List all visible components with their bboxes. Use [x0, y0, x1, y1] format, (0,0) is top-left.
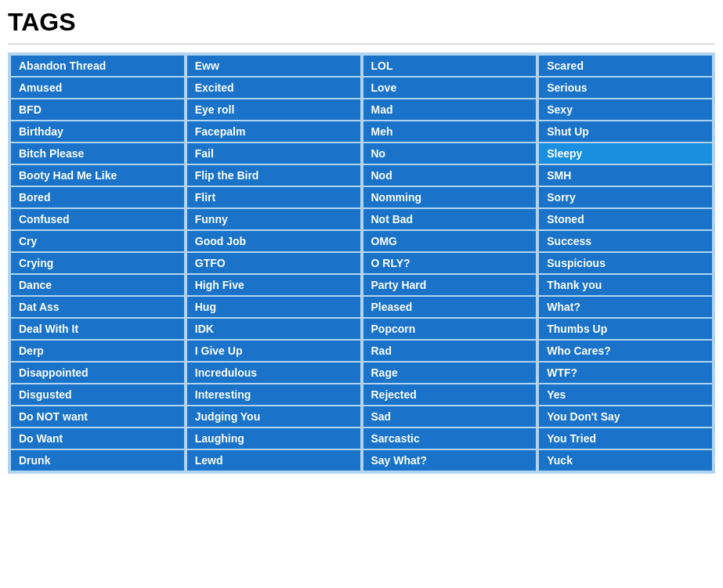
- tag-item[interactable]: Eww: [187, 56, 360, 76]
- tag-item[interactable]: LOL: [363, 56, 537, 76]
- tag-item[interactable]: Amused: [11, 78, 184, 98]
- tag-item[interactable]: Shut Up: [539, 121, 712, 142]
- tag-item[interactable]: Disgusted: [11, 384, 184, 405]
- tag-item[interactable]: Yuck: [539, 450, 712, 471]
- tag-item[interactable]: Rejected: [363, 384, 537, 405]
- tag-column-2: EwwExcitedEye rollFacepalmFailFlip the B…: [187, 56, 360, 471]
- tag-item[interactable]: WTF?: [539, 363, 712, 383]
- tag-item[interactable]: Suspicious: [539, 253, 712, 273]
- tag-item[interactable]: Confused: [11, 209, 184, 229]
- tag-item[interactable]: Bitch Please: [11, 143, 184, 164]
- tag-item[interactable]: Abandon Thread: [11, 56, 184, 76]
- tag-item[interactable]: No: [363, 143, 537, 164]
- tag-item[interactable]: Say What?: [363, 450, 537, 471]
- tag-item[interactable]: Incredulous: [187, 363, 360, 383]
- tag-item[interactable]: Fail: [187, 143, 360, 164]
- page-title: TAGS: [8, 8, 715, 45]
- tag-item[interactable]: Drunk: [11, 450, 184, 471]
- tag-item[interactable]: I Give Up: [187, 341, 360, 361]
- tag-item[interactable]: Do NOT want: [11, 406, 184, 427]
- tag-item[interactable]: Excited: [187, 78, 360, 98]
- tag-item[interactable]: Thumbs Up: [539, 319, 712, 339]
- tag-item[interactable]: You Tried: [539, 428, 712, 449]
- tag-item[interactable]: Nod: [363, 165, 537, 186]
- tag-item[interactable]: Bored: [11, 187, 184, 207]
- tag-item[interactable]: Dat Ass: [11, 297, 184, 317]
- tag-item[interactable]: Cry: [11, 231, 184, 251]
- tag-item[interactable]: Crying: [11, 253, 184, 273]
- tag-item[interactable]: Eye roll: [187, 99, 360, 120]
- tag-item[interactable]: IDK: [187, 319, 360, 339]
- tag-item[interactable]: Mad: [363, 99, 537, 120]
- tags-container: Abandon ThreadAmusedBFDBirthdayBitch Ple…: [8, 52, 715, 474]
- tag-item[interactable]: You Don't Say: [539, 406, 712, 427]
- tag-item[interactable]: Sarcastic: [363, 428, 537, 449]
- tag-item[interactable]: Meh: [363, 121, 537, 142]
- tag-item[interactable]: Dance: [11, 275, 184, 295]
- tag-item[interactable]: Sexy: [539, 99, 712, 120]
- tag-item[interactable]: Scared: [539, 56, 712, 76]
- tag-column-1: Abandon ThreadAmusedBFDBirthdayBitch Ple…: [11, 56, 184, 471]
- tag-item[interactable]: O RLY?: [363, 253, 537, 273]
- tag-item[interactable]: BFD: [11, 99, 184, 120]
- tag-item[interactable]: Do Want: [11, 428, 184, 449]
- tag-item[interactable]: Hug: [187, 297, 360, 317]
- tag-item[interactable]: Disappointed: [11, 363, 184, 383]
- tag-item[interactable]: Flirt: [187, 187, 360, 207]
- tag-item[interactable]: Who Cares?: [539, 341, 712, 361]
- tag-item[interactable]: Birthday: [11, 121, 184, 142]
- tag-item[interactable]: Interesting: [187, 384, 360, 405]
- tag-item[interactable]: Judging You: [187, 406, 360, 427]
- tag-item[interactable]: Sorry: [539, 187, 712, 207]
- tag-item[interactable]: Nomming: [363, 187, 537, 207]
- tag-item[interactable]: What?: [539, 297, 712, 317]
- tag-item[interactable]: GTFO: [187, 253, 360, 273]
- tag-column-3: LOLLoveMadMehNoNodNommingNot BadOMGO RLY…: [363, 56, 537, 471]
- tag-item[interactable]: Yes: [539, 384, 712, 405]
- tag-item[interactable]: Rad: [363, 341, 537, 361]
- tag-item[interactable]: Serious: [539, 78, 712, 98]
- tag-item[interactable]: Funny: [187, 209, 360, 229]
- tag-item[interactable]: High Five: [187, 275, 360, 295]
- tag-item[interactable]: Good Job: [187, 231, 360, 251]
- tag-item[interactable]: Stoned: [539, 209, 712, 229]
- tag-item[interactable]: SMH: [539, 165, 712, 186]
- tag-item[interactable]: Lewd: [187, 450, 360, 471]
- tag-item[interactable]: Popcorn: [363, 319, 537, 339]
- tag-item[interactable]: Deal With It: [11, 319, 184, 339]
- tag-item[interactable]: Flip the Bird: [187, 165, 360, 186]
- tag-item[interactable]: Pleased: [363, 297, 537, 317]
- tag-item[interactable]: Thank you: [539, 275, 712, 295]
- tag-item[interactable]: Laughing: [187, 428, 360, 449]
- tag-item[interactable]: Success: [539, 231, 712, 251]
- tag-item[interactable]: Party Hard: [363, 275, 537, 295]
- tag-item[interactable]: Derp: [11, 341, 184, 361]
- tag-item[interactable]: Facepalm: [187, 121, 360, 142]
- tag-item[interactable]: Love: [363, 78, 537, 98]
- tag-item[interactable]: Booty Had Me Like: [11, 165, 184, 186]
- tag-item[interactable]: OMG: [363, 231, 537, 251]
- tag-item[interactable]: Rage: [363, 363, 537, 383]
- tag-item[interactable]: Sleepy: [539, 143, 712, 164]
- tag-item[interactable]: Sad: [363, 406, 537, 427]
- tag-item[interactable]: Not Bad: [363, 209, 537, 229]
- tag-column-4: ScaredSeriousSexyShut UpSleepySMHSorrySt…: [539, 56, 712, 471]
